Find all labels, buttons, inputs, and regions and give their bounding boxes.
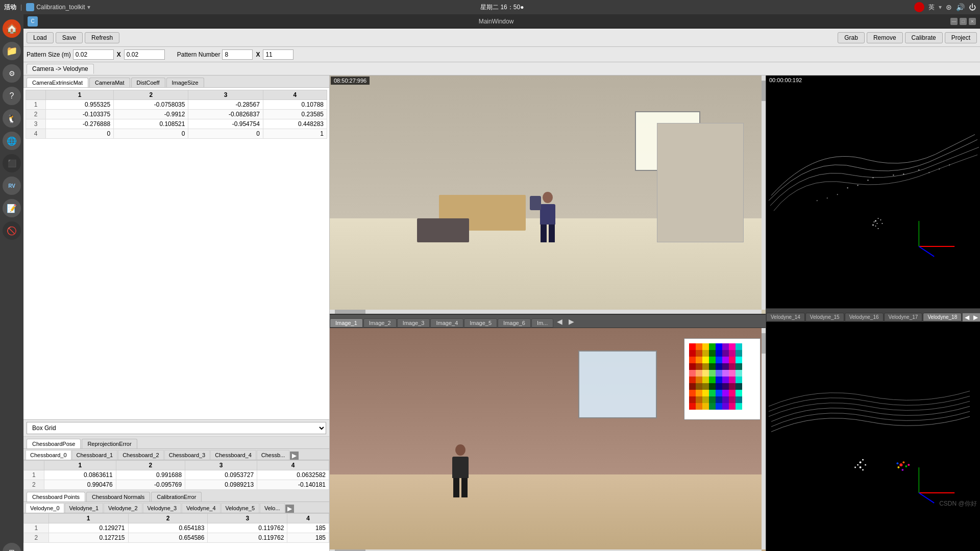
minimize-button[interactable]: — <box>950 18 958 25</box>
grab-button[interactable]: Grab <box>838 32 865 43</box>
img-tab-2[interactable]: Image_2 <box>363 318 397 328</box>
pattern-x2: X <box>256 51 260 58</box>
cell: 0.23585 <box>263 110 327 119</box>
penguin-icon[interactable]: 🐧 <box>3 109 21 128</box>
cell: 0.654183 <box>128 523 208 533</box>
load-button[interactable]: Load <box>27 32 54 43</box>
pattern-number-x-input[interactable]: 8 <box>222 49 253 60</box>
video-top-hscroll[interactable] <box>330 310 762 314</box>
grid-icon[interactable]: ⊞ <box>3 543 21 551</box>
chess-sub-tab-3[interactable]: Chessboard_3 <box>164 450 210 460</box>
row-idx: 1 <box>24 523 49 533</box>
chess-sub-tab-more[interactable]: Chessb... <box>257 450 289 460</box>
app-name[interactable]: Calibration_toolkit <box>36 4 85 11</box>
left-dock: 🏠 📁 ⚙ ? 🐧 🌐 ⬛ RV 📝 🚫 ⊞ <box>0 14 23 551</box>
img-tab-next[interactable]: ▶ <box>566 315 577 328</box>
notes-icon[interactable]: 📝 <box>3 199 21 217</box>
svg-rect-70 <box>722 396 729 403</box>
img-tab-prev[interactable]: ◀ <box>554 315 566 328</box>
lidar-tab-15[interactable]: Velodyne_15 <box>805 313 844 321</box>
lidar-tab-16[interactable]: Velodyne_16 <box>845 313 884 321</box>
table-row: 40001 <box>26 129 327 139</box>
img-tab-more[interactable]: Im... <box>531 318 553 328</box>
chess-sub-tab-1[interactable]: Chessboard_1 <box>72 450 118 460</box>
svg-rect-81 <box>766 119 980 264</box>
maximize-button[interactable]: □ <box>960 18 967 25</box>
svg-point-103 <box>877 228 878 229</box>
tab-image-size[interactable]: ImageSize <box>166 78 204 87</box>
lidar-tab-prev[interactable]: ◀ <box>963 313 971 321</box>
tab-dist-coeff[interactable]: DistCoeff <box>131 78 165 87</box>
calibrate-button[interactable]: Calibrate <box>905 32 943 43</box>
app-title-bar: C MainWindow — □ ✕ <box>23 14 980 29</box>
vt-col-1: 1 <box>48 514 128 523</box>
save-button[interactable]: Save <box>56 32 83 43</box>
svg-rect-8 <box>736 343 742 350</box>
lang-selector[interactable]: 英 <box>928 3 935 12</box>
velodyne-tab-5[interactable]: Velodyne_5 <box>221 503 260 513</box>
svg-rect-67 <box>702 396 709 403</box>
svg-rect-22 <box>722 357 729 363</box>
velodyne-tab-2[interactable]: Velodyne_2 <box>104 503 142 513</box>
close-button[interactable]: ✕ <box>969 18 976 25</box>
activity-label[interactable]: 活动 <box>4 3 16 12</box>
tab-camera-extrinsic[interactable]: CameraExtrinsicMat <box>27 78 88 87</box>
cell: 185 <box>287 533 329 543</box>
lidar-tab-18[interactable]: Velodyne_18 <box>923 313 962 321</box>
boxgrid-select[interactable]: Box Grid <box>27 422 326 434</box>
svg-rect-12 <box>709 350 716 357</box>
pattern-number-y-input[interactable]: 11 <box>263 49 293 60</box>
rviz-icon[interactable]: RV <box>3 177 21 195</box>
svg-rect-79 <box>729 403 736 410</box>
svg-rect-19 <box>702 357 709 363</box>
img-tab-3[interactable]: Image_3 <box>397 318 430 328</box>
refresh-button[interactable]: Refresh <box>85 32 119 43</box>
img-tab-4[interactable]: Image_4 <box>430 318 463 328</box>
tab-chessboard-normals[interactable]: Chessboard Normals <box>86 492 150 502</box>
project-button[interactable]: Project <box>945 32 977 43</box>
velodyne-tab-more[interactable]: Velo... <box>260 503 285 513</box>
velodyne-tab-1[interactable]: Velodyne_1 <box>65 503 104 513</box>
svg-rect-29 <box>716 363 722 370</box>
svg-rect-62 <box>722 390 729 396</box>
velodyne-tab-4[interactable]: Velodyne_4 <box>182 503 220 513</box>
chess-sub-tab-0[interactable]: Chessboard_0 <box>26 450 71 460</box>
svg-point-83 <box>873 177 874 178</box>
block-icon[interactable]: 🚫 <box>3 221 21 240</box>
files-icon[interactable]: 📁 <box>3 42 21 60</box>
img-tab-5[interactable]: Image_5 <box>464 318 497 328</box>
lidar-tab-14[interactable]: Velodyne_14 <box>766 313 805 321</box>
chrome-icon[interactable]: 🌐 <box>3 132 21 150</box>
svg-rect-76 <box>709 403 716 410</box>
tab-chessboard-pose[interactable]: ChessboardPose <box>27 439 81 448</box>
velodyne-tab-3[interactable]: Velodyne_3 <box>143 503 182 513</box>
velodyne-scroll-right[interactable]: ▶ <box>285 505 294 513</box>
tab-chessboard-points[interactable]: Chessboard Points <box>27 492 85 502</box>
lidar-top-view: 00:00:00:192 <box>766 76 980 308</box>
video-top-vscroll[interactable] <box>762 76 766 310</box>
camera-velodyne-tab[interactable]: Camera -> Velodyne <box>27 64 94 74</box>
svg-rect-72 <box>736 396 742 403</box>
chess-sub-scroll-right[interactable]: ▶ <box>290 452 299 460</box>
settings-icon[interactable]: ⚙ <box>3 64 21 83</box>
lidar-tab-next[interactable]: ▶ <box>971 313 980 321</box>
tab-camera-mat[interactable]: CameraMat <box>89 78 130 87</box>
lidar-tab-17[interactable]: Velodyne_17 <box>884 313 923 321</box>
svg-rect-51 <box>702 383 709 390</box>
terminal-icon[interactable]: ⬛ <box>3 154 21 172</box>
remove-button[interactable]: Remove <box>867 32 903 43</box>
img-tab-1[interactable]: Image_1 <box>330 318 363 328</box>
chess-sub-tab-4[interactable]: Chessboard_4 <box>210 450 256 460</box>
tab-calibration-error[interactable]: CalibrationError <box>151 492 202 502</box>
row-idx: 4 <box>26 129 46 139</box>
pattern-size-y-input[interactable]: 0.02 <box>124 49 165 60</box>
video-bottom-vscroll[interactable] <box>762 328 766 549</box>
tab-reprojection-error[interactable]: ReprojectionError <box>82 439 137 448</box>
chess-sub-tab-2[interactable]: Chessboard_2 <box>118 450 164 460</box>
cell: 0.0863611 <box>44 470 116 480</box>
pattern-size-x-input[interactable]: 0.02 <box>73 49 114 60</box>
img-tab-6[interactable]: Image_6 <box>498 318 531 328</box>
home-icon[interactable]: 🏠 <box>3 19 21 38</box>
velodyne-tab-0[interactable]: Velodyne_0 <box>26 503 64 513</box>
help-icon[interactable]: ? <box>3 87 21 105</box>
